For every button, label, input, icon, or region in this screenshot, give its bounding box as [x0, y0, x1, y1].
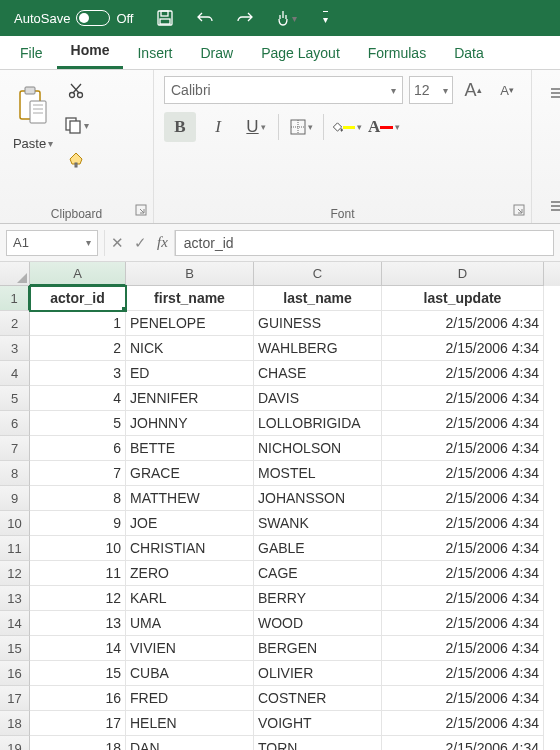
cell[interactable]: last_name — [254, 286, 382, 311]
touch-mode-icon[interactable]: ▾ — [271, 4, 299, 32]
font-size-select[interactable]: 12 ▾ — [409, 76, 453, 104]
cell[interactable]: 2/15/2006 4:34 — [382, 661, 544, 686]
cell[interactable]: 2 — [30, 336, 126, 361]
cell[interactable]: 11 — [30, 561, 126, 586]
cell[interactable]: HELEN — [126, 711, 254, 736]
row-header[interactable]: 9 — [0, 486, 30, 511]
row-header[interactable]: 4 — [0, 361, 30, 386]
row-header[interactable]: 18 — [0, 711, 30, 736]
cell[interactable]: actor_id — [30, 286, 126, 311]
cell[interactable]: MOSTEL — [254, 461, 382, 486]
cell[interactable]: WOOD — [254, 611, 382, 636]
tab-data[interactable]: Data — [440, 37, 498, 69]
align-top-button[interactable] — [542, 80, 560, 110]
cell[interactable]: ZERO — [126, 561, 254, 586]
cell[interactable]: 12 — [30, 586, 126, 611]
row-header[interactable]: 17 — [0, 686, 30, 711]
cell[interactable]: 14 — [30, 636, 126, 661]
tab-page-layout[interactable]: Page Layout — [247, 37, 354, 69]
col-header-d[interactable]: D — [382, 262, 544, 286]
select-all-corner[interactable] — [0, 262, 30, 286]
cell[interactable]: UMA — [126, 611, 254, 636]
row-header[interactable]: 3 — [0, 336, 30, 361]
row-header[interactable]: 1 — [0, 286, 30, 311]
cell[interactable]: 2/15/2006 4:34 — [382, 361, 544, 386]
row-header[interactable]: 10 — [0, 511, 30, 536]
row-header[interactable]: 6 — [0, 411, 30, 436]
paste-button[interactable] — [10, 76, 56, 134]
row-header[interactable]: 13 — [0, 586, 30, 611]
save-icon[interactable] — [151, 4, 179, 32]
cell[interactable]: CAGE — [254, 561, 382, 586]
cell[interactable]: first_name — [126, 286, 254, 311]
cell[interactable]: 2/15/2006 4:34 — [382, 536, 544, 561]
cell[interactable]: last_update — [382, 286, 544, 311]
cell[interactable]: CHRISTIAN — [126, 536, 254, 561]
row-header[interactable]: 7 — [0, 436, 30, 461]
cell[interactable]: 2/15/2006 4:34 — [382, 411, 544, 436]
cell[interactable]: VOIGHT — [254, 711, 382, 736]
cell[interactable]: 2/15/2006 4:34 — [382, 561, 544, 586]
tab-home[interactable]: Home — [57, 34, 124, 69]
cell[interactable]: SWANK — [254, 511, 382, 536]
undo-icon[interactable] — [191, 4, 219, 32]
name-box[interactable]: A1 ▾ — [6, 230, 98, 256]
tab-formulas[interactable]: Formulas — [354, 37, 440, 69]
dialog-launcher-icon[interactable] — [513, 204, 525, 219]
qat-customize-icon[interactable]: ▾ — [311, 4, 339, 32]
row-header[interactable]: 14 — [0, 611, 30, 636]
cell[interactable]: 3 — [30, 361, 126, 386]
cell[interactable]: GRACE — [126, 461, 254, 486]
cell[interactable]: JOHNNY — [126, 411, 254, 436]
italic-button[interactable]: I — [202, 112, 234, 142]
row-header[interactable]: 2 — [0, 311, 30, 336]
cell[interactable]: WAHLBERG — [254, 336, 382, 361]
cell[interactable]: 1 — [30, 311, 126, 336]
row-header[interactable]: 16 — [0, 661, 30, 686]
cell[interactable]: KARL — [126, 586, 254, 611]
cell[interactable]: 6 — [30, 436, 126, 461]
cell[interactable]: MATTHEW — [126, 486, 254, 511]
format-painter-button[interactable] — [62, 146, 90, 172]
cell[interactable]: 8 — [30, 486, 126, 511]
cell[interactable]: 18 — [30, 736, 126, 750]
cell[interactable]: 2/15/2006 4:34 — [382, 336, 544, 361]
cell[interactable]: VIVIEN — [126, 636, 254, 661]
row-header[interactable]: 19 — [0, 736, 30, 750]
cell[interactable]: LOLLOBRIGIDA — [254, 411, 382, 436]
cut-button[interactable] — [62, 78, 90, 104]
cell[interactable]: 2/15/2006 4:34 — [382, 311, 544, 336]
cell[interactable]: DAVIS — [254, 386, 382, 411]
cell[interactable]: FRED — [126, 686, 254, 711]
borders-button[interactable]: ▾ — [285, 112, 317, 142]
cell[interactable]: 13 — [30, 611, 126, 636]
tab-draw[interactable]: Draw — [186, 37, 247, 69]
cell[interactable]: 4 — [30, 386, 126, 411]
cell[interactable]: BERRY — [254, 586, 382, 611]
cell[interactable]: 7 — [30, 461, 126, 486]
cell[interactable]: JOHANSSON — [254, 486, 382, 511]
col-header-c[interactable]: C — [254, 262, 382, 286]
cell[interactable]: JENNIFER — [126, 386, 254, 411]
cell[interactable]: GABLE — [254, 536, 382, 561]
cell[interactable]: CHASE — [254, 361, 382, 386]
cell[interactable]: 2/15/2006 4:34 — [382, 711, 544, 736]
align-middle-button[interactable] — [542, 191, 560, 221]
cell[interactable]: 10 — [30, 536, 126, 561]
cell[interactable]: 2/15/2006 4:34 — [382, 686, 544, 711]
cell[interactable]: 2/15/2006 4:34 — [382, 586, 544, 611]
fx-icon[interactable]: fx — [157, 234, 168, 251]
dialog-launcher-icon[interactable] — [135, 204, 147, 219]
cell[interactable]: 9 — [30, 511, 126, 536]
cell[interactable]: 2/15/2006 4:34 — [382, 386, 544, 411]
cell[interactable]: JOE — [126, 511, 254, 536]
row-header[interactable]: 5 — [0, 386, 30, 411]
underline-button[interactable]: U▾ — [240, 112, 272, 142]
paste-dropdown[interactable]: Paste ▾ — [13, 136, 53, 151]
row-header[interactable]: 15 — [0, 636, 30, 661]
redo-icon[interactable] — [231, 4, 259, 32]
bold-button[interactable]: B — [164, 112, 196, 142]
col-header-b[interactable]: B — [126, 262, 254, 286]
cell[interactable]: DAN — [126, 736, 254, 750]
tab-insert[interactable]: Insert — [123, 37, 186, 69]
